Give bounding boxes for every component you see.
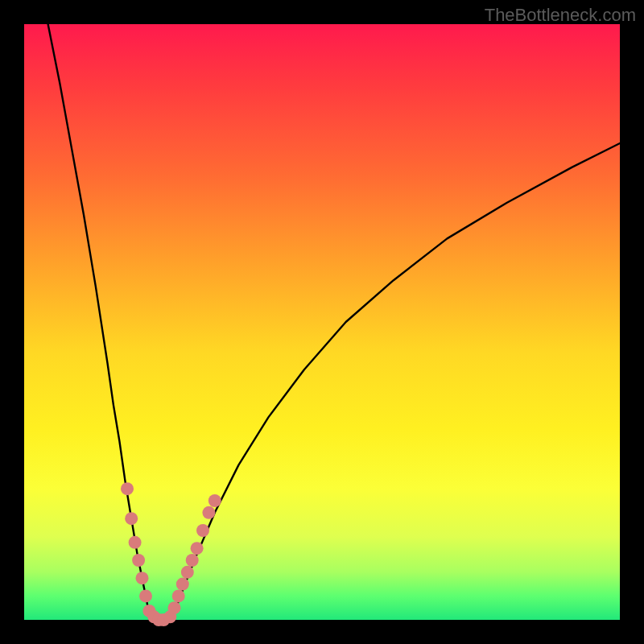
marker-dot xyxy=(136,572,149,584)
marker-dot xyxy=(196,524,209,537)
series-paths xyxy=(48,24,620,620)
marker-dot xyxy=(121,482,134,495)
marker-dot xyxy=(139,589,152,602)
chart-frame: TheBottleneck.com xyxy=(0,0,644,644)
series-left-branch xyxy=(48,24,153,620)
marker-dot xyxy=(186,554,199,567)
marker-dot xyxy=(125,512,138,525)
marker-dot xyxy=(172,589,185,602)
marker-dot xyxy=(168,601,181,614)
marker-dot xyxy=(191,542,204,555)
marker-dot xyxy=(129,536,142,549)
series-markers xyxy=(121,482,221,626)
marker-dot xyxy=(202,506,215,519)
watermark-text: TheBottleneck.com xyxy=(485,5,636,26)
chart-svg xyxy=(24,24,620,620)
series-right-branch xyxy=(170,143,620,620)
marker-dot xyxy=(176,578,189,591)
marker-dot xyxy=(181,566,194,579)
marker-dot xyxy=(208,494,221,507)
marker-dot xyxy=(132,554,145,567)
plot-area xyxy=(24,24,620,620)
